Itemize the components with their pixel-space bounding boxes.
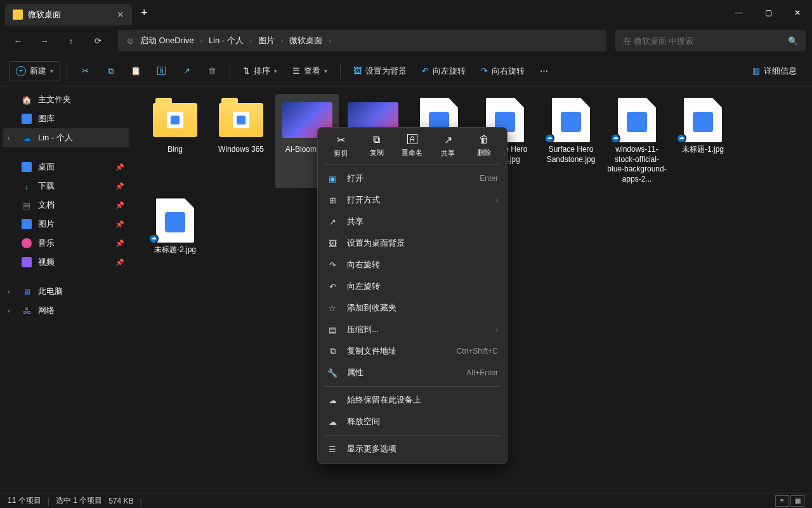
ctx-rotate-left[interactable]: ↶向左旋转: [318, 276, 507, 297]
sidebar-thispc[interactable]: ›🖥此电脑: [3, 282, 129, 301]
ctx-more-options[interactable]: ☰显示更多选项: [318, 438, 507, 460]
pin-icon[interactable]: 📌: [115, 201, 124, 210]
breadcrumb-part[interactable]: Lin - 个人: [209, 35, 244, 46]
chevron-down-icon: ▾: [274, 68, 277, 74]
search-input[interactable]: [623, 36, 783, 46]
back-button[interactable]: ←: [6, 29, 29, 52]
rotate-left-icon: ↶: [422, 66, 429, 76]
wallpaper-icon: 🖼: [327, 239, 338, 248]
breadcrumb-part[interactable]: 微软桌面: [289, 35, 322, 46]
desktop-icon: [22, 162, 32, 172]
rotate-right-icon: ↷: [327, 260, 338, 270]
minimize-button[interactable]: —: [724, 0, 754, 25]
search-box[interactable]: 🔍: [615, 30, 806, 51]
properties-icon: 🔧: [327, 368, 338, 378]
sidebar-desktop[interactable]: 桌面📌: [3, 157, 129, 177]
folder-item[interactable]: Windows 365: [209, 94, 273, 188]
delete-icon: 🗑: [479, 134, 489, 145]
sidebar-documents[interactable]: ▤文档📌: [3, 196, 129, 215]
download-icon: ↓: [22, 181, 32, 191]
ctx-add-favorites[interactable]: ☆添加到收藏夹: [318, 297, 507, 319]
pin-icon[interactable]: 📌: [115, 258, 124, 267]
cut-icon[interactable]: ✂: [74, 66, 96, 76]
search-icon[interactable]: 🔍: [788, 36, 798, 46]
details-button[interactable]: ▥ 详细信息: [746, 62, 803, 81]
cloud-icon: [610, 133, 620, 144]
sidebar-onedrive[interactable]: ›☁Lin - 个人: [3, 128, 129, 147]
ctx-share[interactable]: ↗共享: [431, 134, 464, 158]
sidebar-gallery[interactable]: 图库: [3, 109, 129, 128]
copy-icon[interactable]: ⧉: [99, 66, 122, 76]
chevron-right-icon[interactable]: ›: [8, 307, 10, 314]
selection-size: 574 KB: [108, 497, 133, 505]
rotate-right-button[interactable]: ↷ 向右旋转: [475, 62, 531, 81]
sidebar-pictures[interactable]: 图片📌: [3, 215, 129, 234]
pin-icon[interactable]: 📌: [115, 163, 124, 171]
file-item[interactable]: windows-11-stock-official-blue-backgroun…: [605, 94, 669, 188]
grid-view-button[interactable]: ▦: [790, 495, 804, 507]
ctx-rotate-right[interactable]: ↷向右旋转: [318, 254, 507, 276]
set-background-button[interactable]: 🖼 设置为背景: [347, 62, 413, 81]
ctx-delete[interactable]: 🗑删除: [468, 134, 501, 158]
paste-icon[interactable]: 📋: [124, 66, 147, 76]
pin-icon[interactable]: 📌: [115, 182, 124, 190]
music-icon: [22, 238, 32, 248]
sidebar-home[interactable]: 🏠主文件夹: [3, 90, 129, 109]
ctx-share-row[interactable]: ↗共享: [318, 211, 507, 232]
chevron-right-icon: ›: [496, 326, 498, 333]
tab-current[interactable]: 微软桌面 ✕: [5, 4, 132, 25]
folder-item[interactable]: Bing: [143, 94, 207, 188]
ctx-rename[interactable]: 🄰重命名: [396, 134, 429, 158]
up-button[interactable]: ↑: [60, 29, 82, 52]
compress-icon: ▤: [327, 325, 338, 335]
chevron-down-icon: ▾: [50, 68, 53, 74]
file-item[interactable]: Surface Hero Sandstone.jpg: [539, 94, 603, 188]
refresh-button[interactable]: ⟳: [86, 29, 109, 52]
rotate-left-button[interactable]: ↶ 向左旋转: [416, 62, 472, 81]
ctx-free-space[interactable]: ☁释放空间: [318, 411, 507, 432]
share-icon[interactable]: ↗: [175, 66, 198, 76]
titlebar: 微软桌面 ✕ + — ▢ ✕: [0, 0, 812, 25]
file-item[interactable]: 未标题-1.jpg: [671, 94, 735, 188]
maximize-button[interactable]: ▢: [754, 0, 783, 25]
tab-close-icon[interactable]: ✕: [117, 10, 124, 20]
ctx-properties[interactable]: 🔧属性Alt+Enter: [318, 362, 507, 384]
breadcrumb[interactable]: ⊘ 启动 OneDrive › Lin - 个人 › 图片 › 微软桌面 ›: [118, 30, 606, 51]
breadcrumb-root[interactable]: 启动 OneDrive: [140, 35, 194, 46]
separator: [324, 386, 501, 387]
more-button[interactable]: ⋯: [534, 62, 554, 79]
sidebar: 🏠主文件夹 图库 ›☁Lin - 个人 桌面📌 ↓下载📌 ▤文档📌 图片📌 音乐…: [0, 86, 132, 493]
chevron-right-icon: ›: [250, 37, 252, 44]
new-tab-button[interactable]: +: [141, 6, 148, 20]
pin-icon[interactable]: 📌: [115, 239, 124, 248]
chevron-right-icon[interactable]: ›: [8, 135, 10, 142]
chevron-right-icon[interactable]: ›: [8, 288, 10, 295]
ctx-compress[interactable]: ▤压缩到...›: [318, 319, 507, 340]
list-view-button[interactable]: ≡: [775, 495, 789, 507]
view-button[interactable]: ☰ 查看 ▾: [286, 62, 334, 81]
ctx-open-with[interactable]: ⊞打开方式›: [318, 189, 507, 211]
ctx-open[interactable]: ▣打开Enter: [318, 168, 507, 189]
ctx-cut[interactable]: ✂剪切: [324, 134, 357, 158]
new-button[interactable]: + 新建 ▾: [9, 61, 60, 81]
delete-icon[interactable]: 🗑: [200, 66, 223, 76]
sidebar-network[interactable]: ›🖧网络: [3, 301, 129, 320]
ctx-copy-path[interactable]: ⧉复制文件地址Ctrl+Shift+C: [318, 340, 507, 362]
sort-button[interactable]: ⇅ 排序 ▾: [237, 62, 284, 81]
file-item[interactable]: 未标题-2.jpg: [143, 194, 207, 259]
breadcrumb-part[interactable]: 图片: [258, 35, 275, 46]
sidebar-videos[interactable]: 视频📌: [3, 253, 129, 272]
forward-button[interactable]: →: [33, 29, 56, 52]
video-icon: [22, 257, 32, 267]
sidebar-music[interactable]: 音乐📌: [3, 234, 129, 253]
ctx-wallpaper[interactable]: 🖼设置为桌面背景: [318, 232, 507, 254]
wallpaper-icon: 🖼: [353, 66, 362, 76]
sidebar-downloads[interactable]: ↓下载📌: [3, 177, 129, 196]
ctx-copy[interactable]: ⧉复制: [360, 134, 393, 158]
rename-icon[interactable]: 🄰: [150, 66, 173, 76]
selection-count: 选中 1 个项目: [56, 495, 102, 506]
close-button[interactable]: ✕: [783, 0, 812, 25]
ctx-keep-device[interactable]: ☁始终保留在此设备上: [318, 389, 507, 411]
pin-icon[interactable]: 📌: [115, 220, 124, 229]
context-menu: ✂剪切 ⧉复制 🄰重命名 ↗共享 🗑删除 ▣打开Enter ⊞打开方式› ↗共享…: [317, 127, 508, 464]
